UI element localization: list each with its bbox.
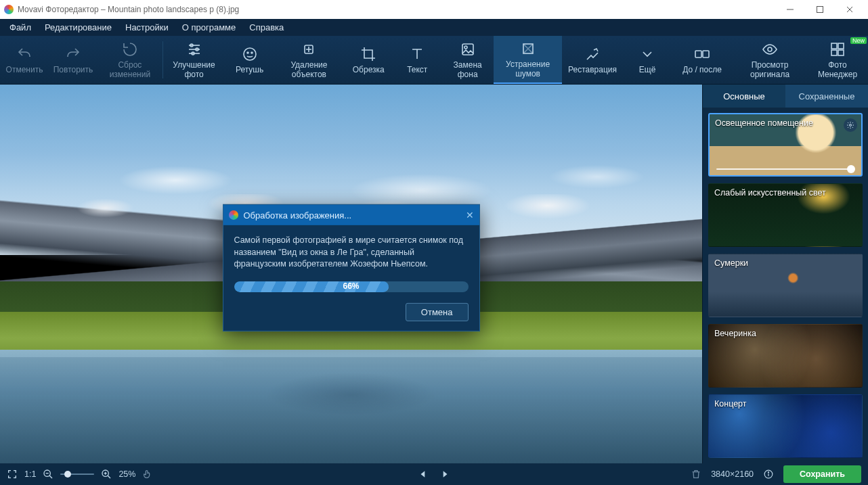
undo-icon [16, 45, 33, 63]
chevron-down-icon [638, 45, 656, 63]
menu-edit[interactable]: Редактирование [38, 20, 118, 34]
restore-icon [584, 45, 601, 63]
dialog-titlebar: Обработка изображения... ✕ [223, 205, 479, 225]
svg-point-12 [251, 52, 253, 53]
background-icon [459, 41, 477, 58]
enhance-button[interactable]: Улучшение фото [163, 36, 225, 84]
zoom-slider[interactable] [60, 474, 94, 475]
preset-label: Освещенное помещение [715, 118, 842, 129]
preset-item[interactable]: Слабый искусственный свет [708, 183, 863, 247]
sliders-icon [186, 41, 203, 58]
window-title: Movavi Фоторедактор – Mountain photo lan… [18, 5, 239, 14]
trash-icon[interactable] [691, 469, 701, 480]
save-button[interactable]: Сохранить [783, 465, 861, 483]
preset-label: Сумерки [714, 258, 843, 269]
svg-rect-17 [695, 51, 701, 57]
photo-manager-button[interactable]: New Фото Менеджер [807, 36, 868, 84]
change-bg-button[interactable]: Замена фона [441, 36, 494, 84]
progress-bar: 66% [234, 281, 469, 292]
zoom-percent: 25% [118, 469, 135, 479]
text-button[interactable]: Текст [393, 36, 441, 84]
menu-file[interactable]: Файл [3, 20, 38, 34]
before-after-button[interactable]: До / после [672, 36, 733, 84]
zoom-out-icon[interactable] [43, 469, 53, 480]
maximize-button[interactable] [806, 0, 834, 19]
redo-button[interactable]: Повторить [49, 36, 97, 84]
svg-rect-22 [831, 50, 837, 55]
dialog-title: Обработка изображения... [244, 210, 352, 220]
reset-button[interactable]: Сброс изменений [97, 36, 162, 84]
preset-label: Концерт [714, 399, 843, 409]
crop-button[interactable]: Обрезка [344, 36, 393, 84]
svg-point-34 [768, 472, 768, 473]
minimize-button[interactable] [776, 0, 804, 19]
fit-label[interactable]: 1:1 [24, 469, 36, 479]
side-panel: Основные Сохраненные Освещенное помещени… [702, 85, 868, 463]
preset-tabs: Основные Сохраненные [703, 85, 868, 108]
tab-main[interactable]: Основные [703, 85, 785, 108]
retouch-button[interactable]: Ретушь [225, 36, 274, 84]
progress-percent: 66% [343, 281, 359, 292]
menu-bar: Файл Редактирование Настройки О программ… [0, 19, 868, 36]
preset-gear-icon[interactable] [844, 118, 857, 132]
view-original-button[interactable]: Просмотр оригинала [733, 36, 807, 84]
main-toolbar: Отменить Повторить Сброс изменений Улучш… [0, 36, 868, 85]
prev-image-button[interactable] [418, 469, 429, 480]
dialog-fact-text: Самой первой фотографией в мире считаетс… [234, 235, 469, 271]
svg-line-26 [49, 476, 52, 478]
preset-list: Освещенное помещениеСлабый искусственный… [703, 108, 868, 463]
image-dimensions: 3840×2160 [711, 469, 754, 479]
cancel-button[interactable]: Отмена [406, 302, 469, 321]
info-icon[interactable] [763, 469, 774, 480]
text-icon [408, 45, 426, 63]
noise-icon [519, 40, 537, 57]
app-logo-icon [4, 5, 14, 14]
window-titlebar: Movavi Фоторедактор – Mountain photo lan… [0, 0, 868, 19]
compare-icon [693, 45, 711, 63]
svg-point-24 [850, 124, 852, 126]
image-canvas[interactable]: Обработка изображения... ✕ Самой первой … [0, 85, 702, 463]
preset-intensity-slider[interactable] [716, 168, 854, 170]
restore-button[interactable]: Реставрация [562, 36, 623, 84]
svg-rect-23 [838, 50, 844, 55]
denoise-button[interactable]: Устранение шумов [494, 36, 562, 84]
dialog-logo-icon [229, 210, 238, 220]
zoom-in-icon[interactable] [101, 469, 112, 480]
reset-icon [121, 41, 139, 58]
preset-item[interactable]: Освещенное помещение [708, 113, 863, 177]
fullscreen-icon[interactable] [7, 469, 18, 480]
crop-icon [360, 45, 377, 63]
preset-item[interactable]: Сумерки [708, 254, 863, 317]
svg-rect-14 [462, 44, 473, 55]
remove-objects-button[interactable]: Удаление объектов [274, 36, 345, 84]
grid-icon [829, 41, 846, 58]
dialog-close-button[interactable]: ✕ [466, 210, 474, 221]
svg-line-29 [108, 476, 110, 478]
svg-rect-18 [703, 51, 709, 57]
undo-button[interactable]: Отменить [0, 36, 49, 84]
more-button[interactable]: Ещё [623, 36, 672, 84]
svg-rect-20 [831, 43, 837, 49]
face-icon [241, 45, 259, 63]
tab-saved[interactable]: Сохраненные [785, 85, 868, 108]
svg-point-10 [244, 48, 256, 60]
svg-point-19 [768, 47, 772, 51]
status-bar: 1:1 25% 3840×2160 Сохранить [0, 463, 868, 485]
svg-rect-21 [838, 43, 844, 49]
close-button[interactable] [836, 0, 864, 19]
preset-item[interactable]: Вечеринка [708, 324, 863, 388]
new-badge: New [850, 37, 867, 44]
redo-icon [64, 45, 82, 63]
preset-item[interactable]: Концерт [708, 394, 863, 458]
next-image-button[interactable] [439, 469, 450, 480]
eye-icon [761, 41, 779, 58]
preset-label: Слабый искусственный свет [714, 188, 843, 198]
hand-icon[interactable] [142, 469, 153, 480]
svg-rect-1 [817, 7, 823, 13]
menu-help[interactable]: Справка [242, 20, 290, 34]
svg-point-11 [247, 52, 248, 53]
sparkle-icon [300, 41, 318, 58]
processing-dialog: Обработка изображения... ✕ Самой первой … [223, 204, 480, 331]
menu-settings[interactable]: Настройки [118, 20, 175, 34]
menu-about[interactable]: О программе [175, 20, 243, 34]
